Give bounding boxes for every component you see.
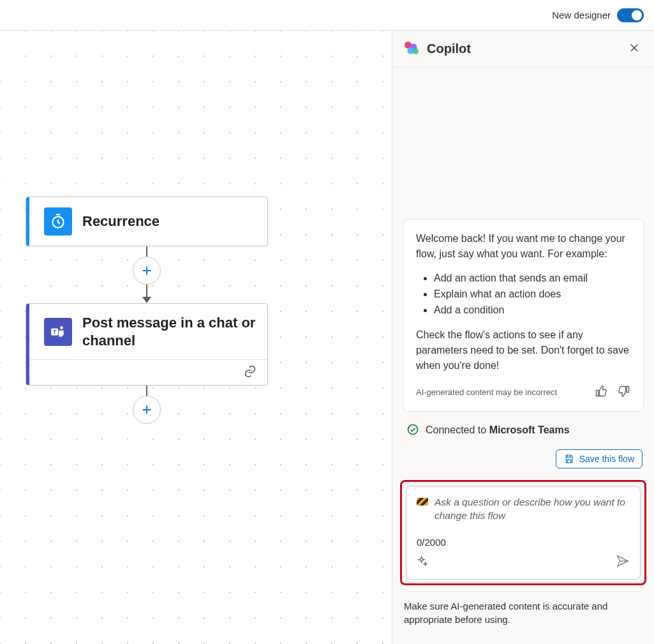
plus-icon — [140, 264, 154, 278]
check-circle-icon — [406, 423, 419, 438]
plus-icon — [140, 403, 154, 417]
node-title: Post message in a chat or channel — [82, 314, 256, 349]
top-header: New designer — [0, 0, 654, 31]
designer-toggle-label: New designer — [552, 10, 611, 20]
suggestion-item: Add an action that sends an email — [434, 271, 630, 287]
send-icon — [616, 554, 630, 568]
thumbs-up-icon — [595, 385, 607, 398]
svg-text:T: T — [53, 329, 57, 335]
teams-icon: T — [44, 318, 72, 346]
copilot-title: Copilot — [427, 41, 620, 56]
node-accent — [26, 197, 29, 246]
designer-toggle-group: New designer — [552, 8, 644, 22]
designer-toggle[interactable] — [617, 8, 644, 22]
flow-node-recurrence[interactable]: Recurrence — [26, 197, 268, 246]
footer-disclaimer: Make sure AI-generated content is accura… — [403, 597, 644, 634]
thumbs-down-button[interactable] — [618, 385, 630, 400]
flow-canvas[interactable]: Recurrence — [0, 31, 392, 644]
input-highlight-frame: Ask a question or describe how you want … — [400, 480, 646, 585]
svg-point-3 — [60, 326, 63, 329]
svg-point-4 — [408, 424, 418, 434]
node-footer — [26, 359, 267, 385]
copilot-logo-icon — [404, 40, 420, 58]
arrow-down-icon — [142, 297, 151, 303]
connection-text: Connected to Microsoft Teams — [426, 424, 570, 436]
close-button[interactable] — [626, 40, 643, 58]
connection-status: Connected to Microsoft Teams — [403, 423, 644, 438]
save-flow-label: Save this flow — [579, 454, 634, 464]
sparkle-icon — [417, 555, 428, 567]
suggestion-item: Add a condition — [434, 303, 630, 318]
thumbs-down-icon — [618, 385, 630, 398]
welcome-card: Welcome back! If you want me to change y… — [403, 219, 644, 411]
save-icon — [564, 454, 574, 464]
node-title: Recurrence — [82, 213, 160, 230]
suggestion-list: Add an action that sends an email Explai… — [434, 271, 630, 318]
welcome-outro: Check the flow's actions to see if any p… — [416, 327, 630, 373]
clock-icon — [44, 207, 72, 236]
flow-node-post-message[interactable]: T Post message in a chat or channel — [26, 303, 268, 386]
close-icon — [628, 42, 640, 54]
suggestion-item: Explain what an action does — [434, 287, 630, 303]
construction-icon — [417, 498, 428, 505]
flow-connector — [26, 386, 268, 423]
add-step-button[interactable] — [133, 257, 161, 285]
thumbs-up-button[interactable] — [595, 385, 607, 400]
flow-connector — [26, 246, 268, 303]
add-step-button[interactable] — [133, 396, 161, 424]
copilot-header: Copilot — [392, 31, 654, 68]
welcome-intro: Welcome back! If you want me to change y… — [416, 231, 630, 262]
copilot-input[interactable]: Ask a question or describe how you want … — [406, 486, 641, 580]
send-button[interactable] — [616, 554, 630, 570]
link-icon[interactable] — [243, 364, 257, 380]
sparkle-button[interactable] — [417, 555, 428, 569]
save-flow-button[interactable]: Save this flow — [556, 449, 643, 468]
input-placeholder: Ask a question or describe how you want … — [435, 495, 630, 523]
char-count: 0/2000 — [417, 537, 630, 548]
copilot-panel: Copilot Welcome back! If you want me to … — [392, 31, 654, 644]
node-accent — [26, 304, 29, 385]
ai-disclaimer-note: AI-generated content may be incorrect — [416, 387, 557, 397]
